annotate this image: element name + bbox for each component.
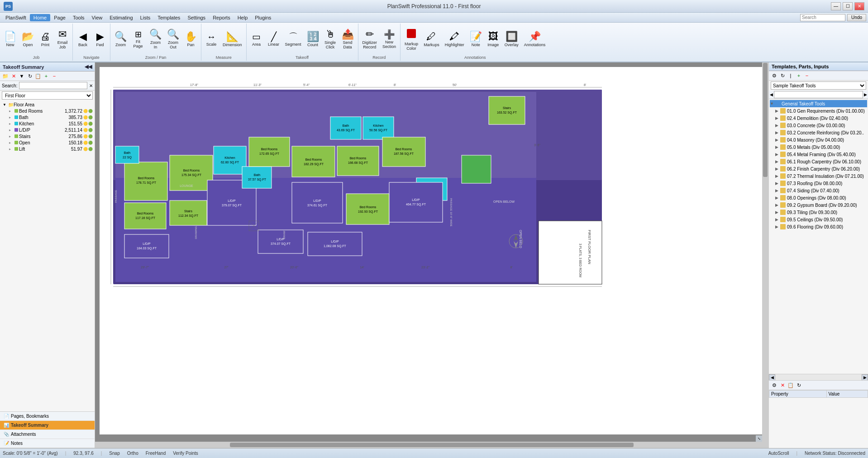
ribbon-btn-zoomout[interactable]: 🔍 Zoom Out — [165, 28, 181, 51]
ribbon-btn-overlay[interactable]: 🔲 Overlay — [502, 30, 521, 48]
ribbon-btn-zoomin[interactable]: 🔍 Zoom In — [147, 28, 164, 51]
floor-plan[interactable]: FIRST FLOOR PLAN 3 FLATS, 3 BED ROOM 17'… — [100, 67, 764, 434]
ribbon-btn-email[interactable]: ✉ Email Job — [54, 28, 71, 51]
tab-takeoff-summary[interactable]: 📊 Takeoff Summary — [0, 421, 95, 430]
tree-item-open[interactable]: ▸ Open 150.18 🟡 🟢 — [7, 139, 93, 146]
rp-bottom-settings[interactable]: ⚙ — [771, 382, 778, 389]
menu-lists[interactable]: Lists — [137, 14, 154, 21]
title-bar-controls[interactable]: — ☐ ✕ — [831, 2, 864, 10]
ts-copy-icon[interactable]: 📋 — [34, 72, 42, 80]
menu-tools[interactable]: Tools — [69, 14, 88, 21]
rp-tree-item-2[interactable]: ▶ 02.4 Demolition (Div 02.40.00) — [770, 114, 867, 122]
ribbon-btn-count[interactable]: 🔢 Count — [305, 30, 321, 48]
horizontal-scroll-thumb[interactable] — [230, 443, 634, 447]
ribbon-btn-linear[interactable]: ╱ Linear — [266, 31, 282, 48]
rp-tools-select[interactable]: Sample Takeoff Tools — [771, 81, 866, 90]
search-input[interactable] — [800, 14, 845, 21]
menu-help[interactable]: Help — [234, 14, 252, 21]
tree-root[interactable]: ▼ 📁 Floor Area — [2, 101, 93, 108]
rp-tree-item-15[interactable]: ▶ 09.3 Tiling (Div 09.30.00) — [770, 209, 867, 216]
tree-item-lift[interactable]: ▸ Lift 51.97 🟡 🟢 — [7, 146, 93, 152]
ribbon-btn-highlighter[interactable]: 🖍 Highlighter — [443, 30, 467, 48]
tree-item-bath[interactable]: ▸ Bath 385.73 🟡 🟢 — [7, 114, 93, 120]
ribbon-btn-zoom[interactable]: 🔍 Zoom — [112, 30, 129, 48]
tab-notes[interactable]: 📝 Notes — [0, 439, 95, 448]
ribbon-btn-newsection[interactable]: ➕ New Section — [380, 29, 398, 50]
rp-tree-scroll-left[interactable]: ◀ — [769, 374, 775, 381]
status-freehand[interactable]: FreeHand — [146, 451, 166, 456]
ribbon-btn-pan[interactable]: ✋ Pan — [182, 30, 199, 48]
ribbon-btn-scale[interactable]: ↔ Scale — [203, 31, 219, 48]
menu-page[interactable]: Page — [50, 14, 69, 21]
ts-refresh-icon[interactable]: ↻ — [26, 72, 33, 80]
rp-tree-item-12[interactable]: ▶ 07.4 Siding (Div 07.40.00) — [770, 187, 867, 194]
menu-home[interactable]: Home — [30, 14, 50, 21]
rp-tree-item-17[interactable]: ▶ 09.6 Flooring (Div 09.60.00) — [770, 223, 867, 230]
menu-settings[interactable]: Settings — [184, 14, 209, 21]
rp-refresh-icon[interactable]: ↻ — [779, 72, 786, 79]
ribbon-btn-fitpage[interactable]: ⊞ Fit Page — [130, 29, 146, 50]
rp-tree-item-13[interactable]: ▶ 08.0 Openings (Div 08.00.00) — [770, 194, 867, 201]
menu-planswift[interactable]: PlanSwift — [2, 14, 30, 21]
rp-tree-item-4[interactable]: ▶ 03.2 Concrete Reinforcing (Div 03.20.. — [770, 129, 867, 136]
vertical-scroll-thumb[interactable] — [763, 63, 768, 177]
status-verifypoints[interactable]: Verify Points — [173, 451, 198, 456]
menu-templates[interactable]: Templates — [154, 14, 184, 21]
rp-settings-icon[interactable]: ⚙ — [771, 72, 778, 79]
ts-folder-icon[interactable]: 📁 — [2, 72, 9, 80]
expand-icon[interactable]: ⤡ — [756, 435, 762, 442]
rp-tree-item-8[interactable]: ▶ 06.1 Rough Carpentry (Div 06.10.00) — [770, 158, 867, 165]
ts-filter-icon[interactable]: ▼ — [18, 72, 25, 80]
ts-search-input[interactable] — [19, 82, 87, 89]
ribbon-btn-annotations[interactable]: 📌 Annotations — [522, 30, 548, 48]
ribbon-btn-print[interactable]: 🖨 Print — [37, 30, 53, 48]
rp-tree-item-1[interactable]: ▶ 01.0 Gen Requirements (Div 01.00.00) — [770, 107, 867, 114]
ribbon-btn-new[interactable]: 📄 New — [2, 30, 19, 48]
rp-tree-item-5[interactable]: ▶ 04.0 Masonry (Div 04.00.00) — [770, 136, 867, 143]
rp-tree-scroll-right[interactable]: ▶ — [862, 374, 868, 381]
rp-nav-left[interactable]: ◀ — [770, 92, 773, 97]
rp-nav-right[interactable]: ▶ — [864, 92, 867, 97]
collapse-icon[interactable]: ◀◀ — [85, 64, 92, 70]
ribbon-btn-open[interactable]: 📂 Open — [19, 30, 36, 48]
ribbon-btn-area[interactable]: ▭ Area — [248, 31, 265, 48]
tree-item-l/d/p[interactable]: ▸ L/D/P 2,511.14 🟡 🟢 — [7, 127, 93, 133]
rp-tree-item-16[interactable]: ▶ 09.5 Ceilings (Div 09.50.00) — [770, 216, 867, 223]
ts-add-icon[interactable]: + — [43, 72, 50, 80]
menu-view[interactable]: View — [88, 14, 106, 21]
close-button[interactable]: ✕ — [854, 2, 864, 10]
minimize-button[interactable]: — — [831, 2, 841, 10]
rp-tree-item-7[interactable]: ▶ 05.4 Metal Framing (Div 05.40.00) — [770, 151, 867, 158]
ribbon-btn-fwd[interactable]: ▶ Fwd — [92, 30, 108, 48]
rp-bottom-delete[interactable]: ✕ — [779, 382, 786, 389]
canvas-vertical-scrollbar[interactable] — [762, 62, 768, 442]
ts-delete-icon[interactable]: ✕ — [10, 72, 17, 80]
rp-minus-icon[interactable]: − — [803, 72, 811, 79]
menu-plugins[interactable]: Plugins — [251, 14, 275, 21]
floor-select[interactable]: First Floor — [2, 91, 93, 100]
ribbon-btn-singleclick[interactable]: 🖱 Single Click — [322, 28, 339, 51]
ts-search-clear[interactable]: ✕ — [89, 83, 93, 88]
tab-pages-bookmarks[interactable]: 📄 Pages, Bookmarks — [0, 412, 95, 421]
status-ortho[interactable]: Ortho — [127, 451, 138, 456]
undo-button[interactable]: Undo — [847, 14, 866, 21]
ribbon-btn-image[interactable]: 🖼 Image — [485, 30, 501, 48]
tree-item-kitchen[interactable]: ▸ Kitchen 151.55 🟡 🟢 — [7, 120, 93, 127]
ts-minus-icon[interactable]: − — [51, 72, 58, 80]
rp-tree-item-10[interactable]: ▶ 07.2 Thermal Insulation (Div 07.21.00) — [770, 172, 867, 180]
tab-attachments[interactable]: 📎 Attachments — [0, 430, 95, 439]
rp-tree-item-0[interactable]: ▼ General Takeoff Tools — [770, 100, 867, 107]
rp-tree-item-6[interactable]: ▶ 05.0 Metals (Div 05.00.00) — [770, 143, 867, 151]
rp-bottom-add[interactable]: 📋 — [787, 382, 794, 389]
canvas-horizontal-scrollbar[interactable] — [95, 442, 768, 448]
tree-item-bed-rooms[interactable]: ▸ Bed Rooms 1,372.72 🟡 🟢 — [7, 108, 93, 114]
rp-add-icon[interactable]: + — [795, 72, 802, 79]
ribbon-btn-dimension[interactable]: 📐 Dimension — [220, 30, 244, 48]
rp-tree-item-14[interactable]: ▶ 09.2 Gypsum Board (Div 09.20.00) — [770, 201, 867, 209]
rp-tree-item-9[interactable]: ▶ 06.2 Finish Carpentry (Div 06.20.00) — [770, 165, 867, 172]
ribbon-btn-note[interactable]: 📝 Note — [467, 30, 484, 48]
ribbon-btn-markups[interactable]: 🖊 Markups — [421, 30, 442, 48]
canvas-area[interactable]: FIRST FLOOR PLAN 3 FLATS, 3 BED ROOM 17'… — [95, 62, 768, 448]
ribbon-btn-senddata[interactable]: 📤 Send Data — [339, 28, 356, 51]
ribbon-btn-back[interactable]: ◀ Back — [75, 30, 91, 48]
